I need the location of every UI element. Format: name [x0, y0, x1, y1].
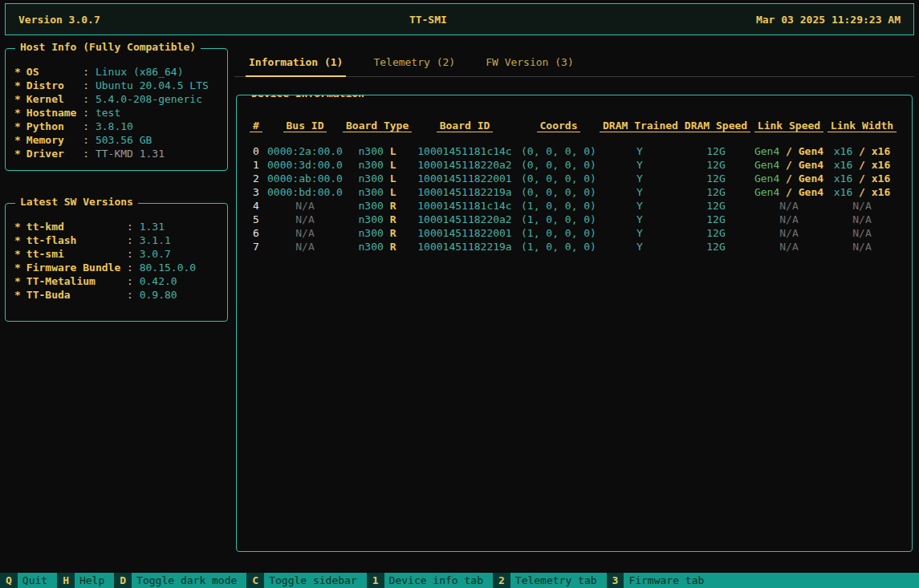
column-header-label: Bus ID: [283, 120, 327, 132]
link-val-right: Gen4: [799, 186, 823, 198]
column-header-label: DRAM Speed: [681, 120, 750, 132]
link-val-na: N/A: [852, 213, 871, 225]
info-colon: :: [83, 133, 96, 147]
cell-coords: (1, 0, 0, 0): [518, 199, 600, 213]
cell-bus-id: 0000:2a:00.0: [267, 144, 343, 158]
cell-board-id: 100014511822001: [412, 226, 518, 240]
tab-telemetry-2[interactable]: Telemetry (2): [370, 50, 458, 76]
device-number: 5: [253, 213, 259, 225]
cell-num: 3: [245, 185, 267, 199]
device-number: 2: [253, 172, 259, 185]
info-value: 80.15.0.0: [140, 261, 196, 274]
board-type: n300: [359, 200, 384, 212]
link-val-left: x16: [834, 145, 852, 157]
info-value: 0.42.0: [140, 274, 177, 288]
cell-dram-speed: 12G: [680, 172, 752, 185]
footer-shortcut-3[interactable]: 3Firmware tab: [607, 573, 714, 588]
link-val-left: Gen4: [754, 145, 779, 157]
cell-coords: (0, 0, 0, 0): [518, 158, 600, 172]
link-val-right: x16: [872, 159, 890, 171]
device-number: 6: [253, 227, 259, 239]
footer-shortcut-h[interactable]: HHelp: [57, 573, 114, 588]
info-value: 5.4.0-208-generic: [96, 92, 202, 106]
link-separator: /: [779, 186, 798, 198]
link-separator: /: [779, 159, 798, 171]
info-label: Kernel: [26, 92, 83, 106]
tab-fw-version-3[interactable]: FW Version (3): [482, 50, 577, 76]
board-type: n300: [359, 213, 384, 225]
cell-board-id: 100014511822001: [412, 172, 518, 185]
info-value: Ubuntu 20.04.5 LTS: [96, 79, 209, 92]
cell-board-id: 1000145118220a2: [412, 158, 518, 172]
shortcut-key: 3: [607, 573, 624, 588]
dram-trained: Y: [636, 227, 643, 239]
cell-board-type: n300 R: [343, 199, 412, 213]
footer-shortcut-q[interactable]: QQuit: [0, 573, 57, 588]
dram-trained: Y: [636, 241, 643, 253]
shortcut-label: Firmware tab: [624, 573, 714, 588]
info-line: *Kernel: 5.4.0-208-generic: [10, 92, 222, 106]
cell-num: 2: [245, 172, 267, 185]
cell-coords: (1, 0, 0, 0): [518, 226, 600, 240]
link-val-right: Gen4: [799, 159, 823, 171]
info-label: Hostname: [26, 106, 83, 120]
dram-speed: 12G: [706, 213, 725, 225]
tt-smi-app: Version 3.0.7 TT-SMI Mar 03 2025 11:29:2…: [0, 0, 919, 588]
info-value: TT-KMD 1.31: [96, 147, 165, 160]
shortcut-key: 1: [367, 573, 384, 588]
link-val-left: Gen4: [754, 186, 779, 198]
footer-shortcut-2[interactable]: 2Telemetry tab: [493, 573, 607, 588]
cell-link-width: N/A: [826, 226, 898, 240]
footer-shortcut-d[interactable]: DToggle dark mode: [114, 573, 246, 588]
cell-link-speed: N/A: [752, 199, 826, 213]
info-colon: :: [83, 120, 96, 133]
cell-bus-id: 0000:ab:00.0: [267, 172, 343, 185]
tab-information-1[interactable]: Information (1): [246, 50, 346, 77]
sw-versions-list: *tt-kmd: 1.31*tt-flash: 3.1.1*tt-smi: 3.…: [10, 220, 222, 302]
info-label: Firmware Bundle: [26, 261, 127, 274]
board-position: R: [390, 241, 396, 253]
device-table: #Bus IDBoard TypeBoard IDCoordsDRAM Trai…: [245, 120, 904, 253]
cell-link-speed: Gen4 / Gen4: [752, 185, 826, 199]
link-val-na: N/A: [779, 213, 798, 225]
cell-dram-speed: 12G: [680, 240, 752, 253]
dram-trained: Y: [636, 159, 643, 171]
dram-speed: 12G: [706, 200, 725, 212]
info-label: Python: [26, 120, 83, 133]
info-line: *Hostname: test: [10, 106, 222, 120]
coords: (0, 0, 0, 0): [521, 145, 596, 157]
link-val-right: Gen4: [799, 172, 823, 185]
column-header-label: Link Speed: [754, 120, 823, 132]
host-info-panel: Host Info (Fully Compatible) *OS: Linux …: [5, 48, 228, 171]
bus-id: N/A: [295, 241, 314, 253]
dram-trained: Y: [636, 145, 643, 157]
cell-num: 5: [245, 213, 267, 226]
info-line: *OS: Linux (x86_64): [10, 65, 222, 79]
cell-link-speed: Gen4 / Gen4: [752, 172, 826, 185]
link-val-right: x16: [872, 186, 890, 198]
info-colon: :: [83, 92, 96, 106]
shortcut-label: Telemetry tab: [510, 573, 607, 588]
info-value: 503.56 GB: [96, 133, 152, 147]
cell-bus-id: N/A: [267, 226, 343, 240]
footer-shortcut-c[interactable]: CToggle sidebar: [246, 573, 366, 588]
cell-link-speed: N/A: [752, 240, 826, 253]
link-val-right: Gen4: [799, 145, 823, 157]
bullet-star: *: [14, 274, 21, 288]
dram-speed: 12G: [706, 159, 725, 171]
cell-link-speed: Gen4 / Gen4: [752, 144, 826, 158]
info-colon: :: [83, 106, 96, 120]
column-header: DRAM Trained: [600, 120, 680, 144]
bus-id: N/A: [295, 213, 314, 225]
cell-board-type: n300 L: [343, 185, 412, 199]
column-header-label: Coords: [537, 120, 581, 132]
link-separator: /: [779, 172, 798, 185]
board-type: n300: [359, 227, 384, 239]
cell-dram-trained: Y: [600, 213, 680, 226]
cell-link-width: N/A: [826, 213, 898, 226]
shortcut-key: C: [246, 573, 264, 588]
footer-shortcut-1[interactable]: 1Device info tab: [367, 573, 493, 588]
board-position: L: [390, 159, 396, 171]
column-header: Link Width: [826, 120, 898, 144]
info-value: 1.31: [140, 220, 165, 233]
